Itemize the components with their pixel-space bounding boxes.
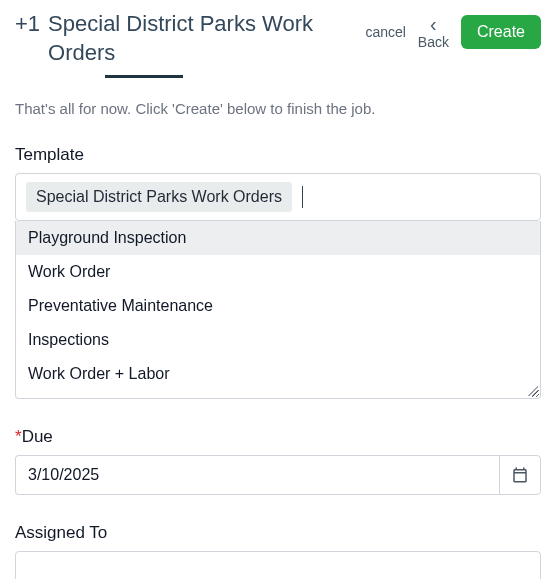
template-chip[interactable]: Special District Parks Work Orders — [26, 182, 292, 212]
instruction-text: That's all for now. Click 'Create' below… — [15, 100, 541, 117]
back-button[interactable]: ‹ Back — [418, 14, 449, 51]
back-label: Back — [418, 34, 449, 51]
template-option[interactable]: Playground Inspection — [16, 221, 540, 255]
due-date-input[interactable] — [15, 455, 499, 495]
create-button[interactable]: Create — [461, 15, 541, 49]
assigned-field: Assigned To — [15, 523, 541, 579]
chevron-left-icon: ‹ — [430, 14, 437, 34]
text-cursor — [302, 186, 303, 208]
template-dropdown[interactable]: Playground Inspection Work Order Prevent… — [15, 221, 541, 399]
due-label-text: Due — [22, 427, 53, 446]
calendar-button[interactable] — [499, 455, 541, 495]
page-title: +1 Special District Parks Work Orders — [15, 10, 365, 67]
tab-step-1[interactable] — [15, 75, 85, 78]
title-prefix: +1 — [15, 11, 40, 37]
tab-step-2[interactable] — [105, 75, 183, 78]
cancel-link[interactable]: cancel — [365, 24, 405, 40]
template-option[interactable]: Inspections — [16, 323, 540, 357]
assigned-to-input[interactable] — [15, 551, 541, 579]
assigned-label: Assigned To — [15, 523, 541, 543]
title-text: Special District Parks Work Orders — [48, 10, 365, 67]
template-option[interactable]: Preventative Maintenance — [16, 289, 540, 323]
template-input[interactable]: Special District Parks Work Orders — [15, 173, 541, 221]
template-label: Template — [15, 145, 541, 165]
progress-tabs — [15, 73, 541, 78]
template-field: Template Special District Parks Work Ord… — [15, 145, 541, 399]
due-label: *Due — [15, 427, 541, 447]
calendar-icon — [511, 466, 529, 484]
template-option[interactable]: Work Order — [16, 255, 540, 289]
template-option[interactable]: Work Order + Labor — [16, 357, 540, 391]
required-marker: * — [15, 427, 22, 446]
due-field: *Due — [15, 427, 541, 495]
